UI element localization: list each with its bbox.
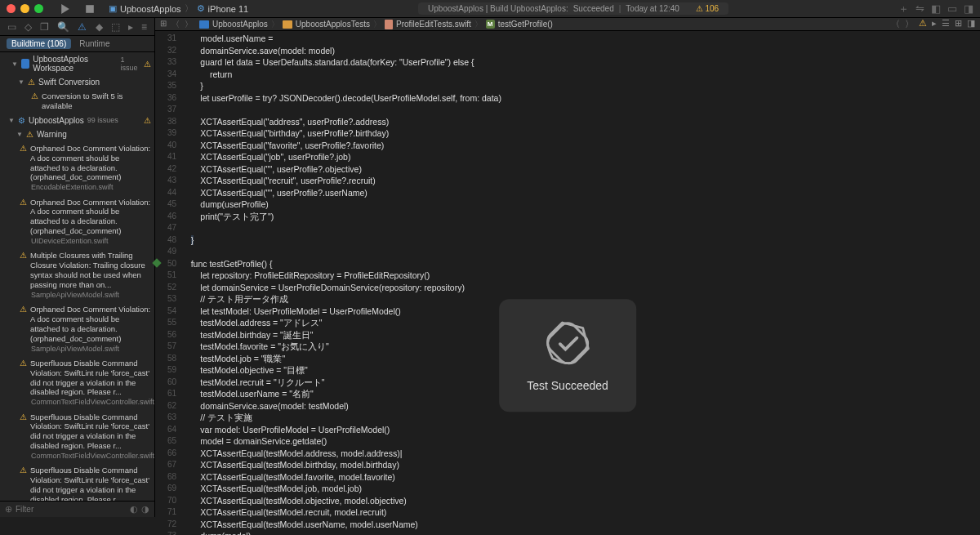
test-nav-icon[interactable]: ◆: [96, 21, 103, 33]
workspace-group[interactable]: ▼ UpboostApplos Workspace 1 issue ⚠: [0, 52, 154, 75]
warning-group[interactable]: ▼⚠ Warning: [0, 127, 154, 141]
warning-label: Warning: [37, 130, 67, 139]
issue-item[interactable]: ⚠Superfluous Disable Command Violation: …: [0, 356, 154, 410]
back-button[interactable]: 〈: [172, 19, 180, 30]
issue-item[interactable]: ⚠Superfluous Disable Command Violation: …: [0, 463, 154, 501]
issue-item[interactable]: ⚠Orphaned Doc Comment Violation: A doc c…: [0, 195, 154, 249]
issue-nav-icon[interactable]: ⚠: [78, 21, 87, 33]
warning-icon: ⚠: [144, 60, 151, 69]
project-nav-icon[interactable]: ▭: [7, 21, 16, 33]
navigator-sidebar: ▭ ◇ ❐ 🔍 ⚠ ◆ ⬚ ▸ ≡ Buildtime (106) Runtim…: [0, 18, 155, 517]
app-icon: ▣: [109, 3, 117, 14]
issue-file: EncodableExtention.swift: [31, 183, 151, 192]
warning-icon: ⚠: [20, 359, 27, 368]
navigator-tabs: ▭ ◇ ❐ 🔍 ⚠ ◆ ⬚ ▸ ≡: [0, 18, 154, 36]
workspace-count: 1 issue: [121, 56, 140, 72]
swift-conversion-label: Swift Conversion: [38, 78, 100, 87]
activity-status[interactable]: UpboostApplos | Build UpboostApplos: Suc…: [418, 2, 728, 15]
filter-input[interactable]: [16, 505, 130, 514]
stop-button[interactable]: [81, 2, 99, 16]
issues-list[interactable]: ▼ UpboostApplos Workspace 1 issue ⚠ ▼⚠ S…: [0, 52, 154, 501]
issue-title: Conversion to Swift 5 is available: [42, 91, 151, 111]
warning-icon[interactable]: ⚠: [919, 18, 927, 30]
issue-title: Orphaned Doc Comment Violation: A doc co…: [30, 305, 151, 344]
issue-file: SampleApiViewModel.swift: [31, 291, 151, 300]
nav-prev-icon[interactable]: 〈: [891, 18, 900, 30]
warning-icon: ⚠: [20, 466, 27, 475]
status-result: Succeeded: [573, 4, 614, 13]
nav-next-icon[interactable]: 〉: [905, 18, 914, 30]
zoom-window[interactable]: [34, 4, 43, 13]
code-editor[interactable]: 3132333435363738394041424344454647484950…: [155, 31, 980, 535]
window-controls: [7, 4, 43, 13]
forward-button[interactable]: 〉: [185, 19, 193, 30]
symbol-nav-icon[interactable]: ❐: [40, 21, 49, 33]
minimize-window[interactable]: [20, 4, 29, 13]
split-icon[interactable]: ◨: [967, 18, 975, 30]
svg-rect-2: [544, 319, 591, 367]
device-icon: ⚙: [197, 3, 205, 14]
method-icon: M: [486, 20, 495, 29]
scope-filter-icon[interactable]: ◑: [141, 504, 149, 515]
breadcrumb[interactable]: UpboostApplos〉 UpboostApplosTests〉 Profi…: [199, 19, 553, 30]
toast-text: Test Succeeded: [527, 379, 608, 392]
add-button[interactable]: ＋: [898, 2, 909, 16]
status-target: UpboostApplos | Build UpboostApplos:: [428, 4, 568, 13]
source-nav-icon[interactable]: ◇: [24, 21, 32, 33]
test-result-toast: Test Succeeded: [499, 299, 636, 412]
issue-title: Orphaned Doc Comment Violation: A doc co…: [30, 198, 151, 237]
report-nav-icon[interactable]: ≡: [141, 21, 147, 33]
recent-filter-icon[interactable]: ◐: [130, 504, 138, 515]
line-gutter[interactable]: 3132333435363738394041424344454647484950…: [155, 31, 181, 535]
warning-icon: ⚠: [20, 144, 27, 154]
warning-icon: ⚠: [144, 116, 151, 125]
status-time: Today at 12:40: [626, 4, 679, 13]
issue-item[interactable]: ⚠Orphaned Doc Comment Violation: A doc c…: [0, 141, 154, 195]
show-debug[interactable]: ▭: [947, 2, 957, 15]
project-group[interactable]: ▼⚙ UpboostApplos 99 issues ⚠: [0, 114, 154, 127]
show-inspector[interactable]: ◨: [964, 2, 973, 15]
code-area[interactable]: model.userName = domainService.save(mode…: [181, 31, 980, 535]
breakpoint-nav-icon[interactable]: ▸: [128, 21, 133, 33]
issue-title: Multiple Closures with Trailing Closure …: [30, 251, 151, 290]
folder-icon: [283, 20, 292, 29]
run-button[interactable]: [56, 2, 74, 16]
scheme-name: UpboostApplos: [120, 4, 181, 14]
issue-title: Superfluous Disable Command Violation: S…: [30, 412, 151, 452]
buildtime-tab[interactable]: Buildtime (106): [7, 38, 71, 49]
issue-item[interactable]: ⚠Multiple Closures with Trailing Closure…: [0, 248, 154, 302]
outline-icon[interactable]: ☰: [942, 18, 950, 30]
device-name: iPhone 11: [208, 4, 249, 14]
warning-count[interactable]: ⚠ 106: [696, 4, 719, 13]
workspace-icon: [21, 59, 29, 69]
assistant-icon[interactable]: ⊞: [955, 18, 962, 30]
warning-icon: ⚠: [20, 305, 27, 314]
svg-marker-0: [61, 4, 69, 14]
issue-item[interactable]: ⚠Orphaned Doc Comment Violation: A doc c…: [0, 302, 154, 356]
jump-bar: ⊞ 〈 〉 UpboostApplos〉 UpboostApplosTests〉…: [155, 18, 980, 31]
build-runtime-row: Buildtime (106) Runtime: [0, 36, 154, 52]
related-items-icon[interactable]: ⊞: [160, 19, 167, 30]
scheme-selector[interactable]: ▣ UpboostApplos 〉 ⚙ iPhone 11: [109, 2, 248, 15]
svg-rect-1: [86, 5, 94, 13]
issue-title: Superfluous Disable Command Violation: S…: [30, 466, 151, 501]
filter-icon[interactable]: ⊕: [5, 504, 12, 515]
debug-nav-icon[interactable]: ⬚: [111, 21, 120, 33]
warning-icon: ⚠: [20, 251, 27, 261]
issue-file: UIDeviceExtention.swift: [31, 237, 151, 246]
project-count: 99 issues: [87, 116, 118, 124]
swift-file-icon: [385, 20, 393, 29]
project-name: UpboostApplos: [29, 116, 84, 125]
issue-file: CommonTextFieldViewController.swift: [31, 398, 151, 407]
issue-item[interactable]: ⚠Conversion to Swift 5 is available: [0, 89, 154, 114]
folder-icon: [199, 20, 209, 29]
find-nav-icon[interactable]: 🔍: [57, 21, 69, 33]
close-window[interactable]: [7, 4, 16, 13]
swift-conversion-group[interactable]: ▼⚠ Swift Conversion: [0, 75, 154, 89]
issue-item[interactable]: ⚠Superfluous Disable Command Violation: …: [0, 410, 154, 464]
code-review-button[interactable]: ⇋: [915, 2, 924, 15]
nav-icon[interactable]: ▸: [932, 18, 937, 30]
titlebar: ▣ UpboostApplos 〉 ⚙ iPhone 11 UpboostApp…: [0, 0, 980, 18]
show-navigator[interactable]: ◧: [931, 2, 941, 15]
runtime-tab[interactable]: Runtime: [79, 39, 109, 48]
